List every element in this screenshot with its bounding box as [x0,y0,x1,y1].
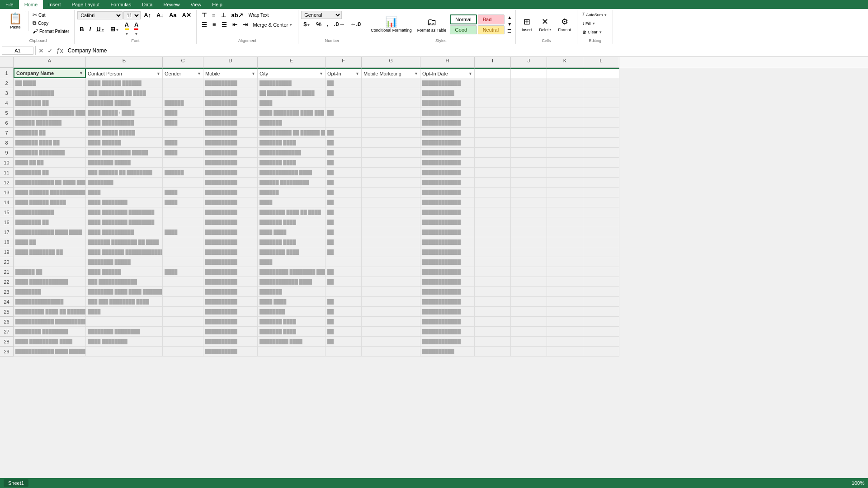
grid-cell[interactable] [362,237,420,247]
grid-cell[interactable] [362,347,420,357]
grid-cell[interactable] [326,257,362,267]
grid-cell[interactable] [547,267,583,277]
grid-cell[interactable]: ██████████ [203,88,258,98]
grid-cell[interactable] [362,307,420,317]
grid-cell[interactable]: ██████████ [203,197,258,207]
grid-cell[interactable] [583,267,619,277]
row-header-21[interactable]: 21 [0,267,14,277]
italic-button[interactable]: I [87,25,94,33]
grid-cell[interactable] [475,327,511,337]
row-header-8[interactable]: 8 [0,138,14,148]
grid-cell[interactable] [547,247,583,257]
grid-cell[interactable] [511,227,547,237]
grid-cell[interactable]: ████ ██████ ████████████ ████ [14,188,86,197]
grid-cell[interactable] [547,188,583,197]
grid-cell[interactable]: ████ [163,118,203,128]
grid-cell[interactable] [547,207,583,217]
grid-cell[interactable]: █████████ ████████ ████ [258,267,326,277]
row-header-29[interactable]: 29 [0,347,14,357]
grid-cell[interactable] [362,277,420,287]
grid-cell[interactable] [475,88,511,98]
grid-cell[interactable] [475,78,511,88]
grid-cell[interactable] [163,88,203,98]
grid-cell[interactable]: ████ ██████ █████ [14,197,86,207]
grid-cell[interactable]: ████ ███████ █████████████ [86,247,163,257]
grid-cell[interactable] [583,148,619,158]
grid-cell[interactable]: ████████████ [420,128,475,138]
grid-cell[interactable]: ████████████ [420,247,475,257]
grid-cell[interactable]: ████████████ [420,168,475,178]
cancel-formula-icon[interactable]: ✕ [38,47,45,54]
grid-cell[interactable]: ████████████ [420,178,475,188]
grid-cell[interactable] [547,347,583,357]
grid-cell[interactable] [547,327,583,337]
grid-cell[interactable]: ███ ██████ ██ ████████ [86,168,163,178]
grid-cell[interactable]: ███████ ████ [258,327,326,337]
grid-cell[interactable] [163,277,203,287]
grid-cell[interactable] [583,277,619,287]
grid-cell[interactable]: ████ [163,148,203,158]
tab-review[interactable]: Review [158,0,185,9]
grid-cell[interactable]: ███████ ████ ██ [14,138,86,148]
grid-cell[interactable] [547,337,583,347]
grid-cell[interactable]: ████████ [86,178,163,188]
grid-cell[interactable]: ██ [326,158,362,168]
grid-cell[interactable] [583,257,619,267]
grid-cell[interactable]: ██████████ [203,178,258,188]
grid-cell[interactable] [163,287,203,297]
grid-cell[interactable]: ██████████ [203,188,258,197]
cell-l1[interactable] [583,68,619,78]
grid-cell[interactable]: ████████████ [420,78,475,88]
merge-center-button[interactable]: Merge & Center ▾ [251,21,296,28]
grid-cell[interactable]: ████████████ [14,88,86,98]
grid-cell[interactable] [362,227,420,237]
grid-cell[interactable]: ██████████ [203,337,258,347]
grid-cell[interactable] [547,128,583,138]
grid-cell[interactable] [163,327,203,337]
grid-cell[interactable]: ████████ ████████ [86,327,163,337]
grid-cell[interactable]: ██ [326,237,362,247]
grid-cell[interactable] [475,337,511,347]
align-left-button[interactable]: ☰ [199,20,209,29]
grid-cell[interactable]: ████████████ ████ ████ [14,227,86,237]
col-header-k[interactable]: K [547,57,583,68]
font-color-button[interactable]: A ▾ [132,20,141,38]
styles-scroll-up[interactable]: ▲ [506,14,513,20]
grid-cell[interactable] [362,217,420,227]
grid-cell[interactable] [547,98,583,108]
decrease-indent-button[interactable]: ⇤ [230,20,240,29]
grid-cell[interactable]: ████ ██████ ██████ [86,78,163,88]
grid-cell[interactable]: ████████ █████ [86,158,163,168]
grid-cell[interactable] [547,138,583,148]
grid-cell[interactable]: ████████████ [14,207,86,217]
grid-cell[interactable]: ████████████ [420,108,475,118]
row-header-26[interactable]: 26 [0,317,14,327]
grid-cell[interactable]: ████████████ [420,138,475,148]
grid-cell[interactable]: ████ [258,197,326,207]
grid-cell[interactable] [583,88,619,98]
grid-cell[interactable] [362,128,420,138]
grid-cell[interactable]: ████████ [14,287,86,297]
grid-cell[interactable] [511,188,547,197]
grid-cell[interactable] [547,158,583,168]
grid-cell[interactable] [475,307,511,317]
grid-cell[interactable]: ██ [326,337,362,347]
grid-cell[interactable]: ████████ ██ [14,98,86,108]
grid-cell[interactable]: ██ [326,307,362,317]
grid-cell[interactable] [475,227,511,237]
grid-cell[interactable] [362,138,420,148]
clear-dropdown-arrow[interactable]: ▾ [599,30,603,34]
grid-cell[interactable] [163,237,203,247]
col-header-c[interactable]: C [163,57,203,68]
grid-cell[interactable] [362,197,420,207]
grid-cell[interactable] [511,327,547,337]
underline-button[interactable]: U▾ [94,25,107,33]
grid-cell[interactable] [583,307,619,317]
grid-cell[interactable]: ████ [163,197,203,207]
grid-cell[interactable] [511,207,547,217]
grid-cell[interactable] [362,118,420,128]
grid-cell[interactable] [583,168,619,178]
grid-cell[interactable] [511,197,547,207]
grid-cell[interactable] [326,347,362,357]
style-bad[interactable]: Bad [478,14,505,24]
